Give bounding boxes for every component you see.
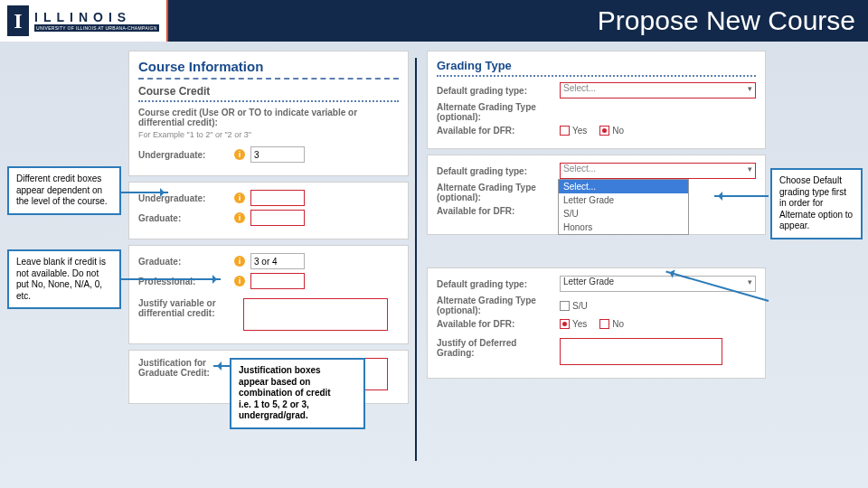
justify-variable-textarea[interactable] (243, 298, 388, 331)
dfr-yes[interactable]: Yes (560, 126, 587, 136)
label-alternate-grading: Alternate Grading Type (optional): (437, 183, 554, 202)
option-honors[interactable]: Honors (559, 221, 688, 234)
c3-l2: appear based on (239, 377, 356, 389)
credit-hint: For Example "1 to 2" or "2 or 3" (138, 130, 399, 139)
label-undergraduate: Undergraduate: (138, 150, 229, 160)
undergrad-credit-input[interactable] (250, 146, 305, 163)
dfr-yes[interactable]: Yes (560, 319, 587, 329)
grading-dropdown-list[interactable]: Select... Letter Grade S/U Honors (558, 179, 689, 235)
graduate-credit-input[interactable] (250, 210, 305, 226)
label-dfr: Available for DFR: (437, 126, 554, 136)
callout-leave-blank: Leave blank if credit is not available. … (7, 249, 121, 309)
professional-credit-input[interactable] (250, 273, 305, 289)
course-info-card-3: Graduate: i Professional: i Justify vari… (128, 245, 409, 344)
label-graduate: Graduate: (138, 257, 229, 267)
label-alternate-grading: Alternate Grading Type (optional): (437, 102, 554, 122)
option-su[interactable]: S/U (559, 207, 688, 221)
label-alternate-grading: Alternate Grading Type (optional): (437, 296, 554, 315)
dfr-no[interactable]: No (599, 126, 624, 136)
course-info-card-2: Undergraduate: i Graduate: i (128, 182, 409, 239)
option-letter-grade[interactable]: Letter Grade (559, 193, 688, 207)
label-undergraduate: Undergraduate: (138, 193, 229, 203)
page-title: Propose New Course (598, 5, 855, 36)
callout-credit-boxes: Different credit boxes appear dependent … (7, 166, 121, 215)
arrow-4 (714, 195, 769, 197)
default-grading-select-open[interactable]: Select... (560, 163, 756, 179)
label-dfr: Available for DFR: (437, 319, 554, 329)
alt-su-checkbox[interactable]: S/U (560, 301, 588, 311)
undergrad-credit-input[interactable] (250, 190, 305, 206)
logo-text: ILLINOIS UNIVERSITY OF ILLINOIS AT URBAN… (34, 10, 159, 32)
c3-l5: undergrad/grad. (239, 410, 356, 422)
info-icon[interactable]: i (234, 212, 245, 223)
logo-word: ILLINOIS (34, 10, 159, 24)
justify-dfr-textarea[interactable] (560, 338, 722, 365)
section-grading-type: Grading Type (437, 59, 756, 77)
illinois-block-i-icon: I (7, 5, 29, 36)
graduate-credit-input[interactable] (250, 253, 305, 269)
info-icon[interactable]: i (234, 192, 245, 203)
c3-l3: combination of credit (239, 388, 356, 399)
label-justify-variable: Justify variable or differential credit: (138, 298, 238, 318)
credit-instruction: Course credit (Use OR or TO to indicate … (138, 108, 399, 127)
label-dfr: Available for DFR: (437, 206, 554, 216)
arrow-2 (121, 278, 221, 280)
logo: I ILLINOIS UNIVERSITY OF ILLINOIS AT URB… (0, 0, 168, 42)
label-justify-dfr: Justify of Deferred Grading: (437, 338, 554, 358)
info-icon[interactable]: i (234, 276, 245, 286)
course-info-card-1: Course Information Course Credit Course … (128, 51, 409, 176)
arrow-3 (213, 365, 230, 367)
info-icon[interactable]: i (234, 256, 245, 267)
section-course-information: Course Information (138, 59, 399, 80)
arrow-1 (121, 192, 168, 193)
column-divider (415, 58, 417, 461)
dfr-radio-group: Yes No (560, 319, 624, 329)
label-default-grading: Default grading type: (437, 86, 554, 96)
subsection-course-credit: Course Credit (138, 85, 399, 102)
header-bar: I ILLINOIS UNIVERSITY OF ILLINOIS AT URB… (0, 0, 868, 42)
yes-label: Yes (572, 319, 587, 329)
dfr-no[interactable]: No (599, 319, 624, 329)
logo-subtitle: UNIVERSITY OF ILLINOIS AT URBANA-CHAMPAI… (34, 24, 159, 32)
label-justify-graduate: Justification for Graduate Credit: (138, 358, 238, 378)
dfr-radio-group: Yes No (560, 126, 624, 136)
default-grading-select[interactable]: Select... (560, 82, 756, 99)
label-graduate: Graduate: (138, 213, 229, 223)
su-label: S/U (572, 301, 588, 311)
yes-label: Yes (572, 126, 587, 136)
c3-l1: Justification boxes (239, 365, 356, 377)
label-default-grading: Default grading type: (437, 279, 554, 289)
label-default-grading: Default grading type: (437, 166, 554, 176)
info-icon[interactable]: i (234, 149, 245, 160)
grading-card-1: Grading Type Default grading type: Selec… (427, 51, 766, 149)
no-label: No (612, 126, 624, 136)
callout-default-grading: Choose Default grading type first in ord… (770, 168, 863, 239)
option-select[interactable]: Select... (559, 180, 688, 193)
c3-l4: i.e. 1 to 5, 2 or 3, (239, 399, 356, 411)
callout-justification: Justification boxes appear based on comb… (230, 358, 365, 429)
no-label: No (612, 319, 624, 329)
